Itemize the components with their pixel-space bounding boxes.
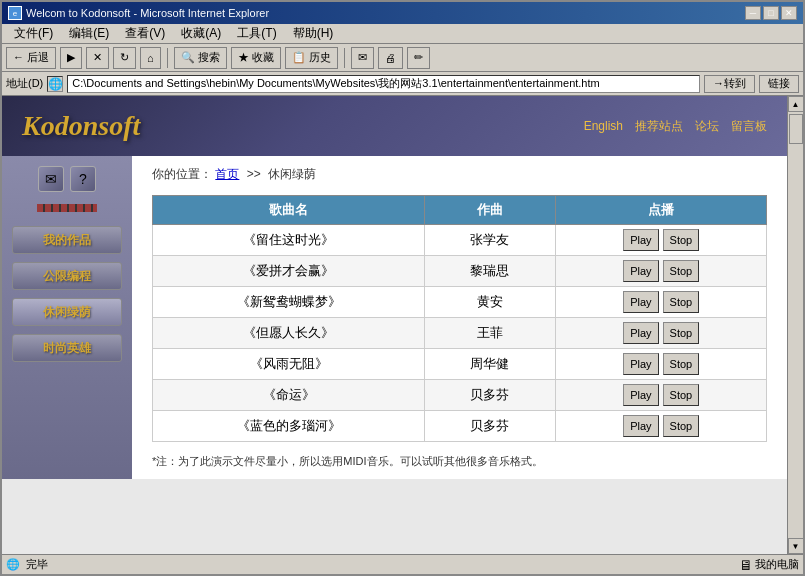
- breadcrumb-separator: >>: [247, 167, 261, 181]
- page-area: Kodonsoft English 推荐站点 论坛 留言板 ✉: [2, 96, 803, 554]
- window-controls: ─ □ ✕: [745, 6, 797, 20]
- menu-help[interactable]: 帮助(H): [287, 25, 340, 42]
- refresh-button[interactable]: ↻: [113, 47, 136, 69]
- menu-edit[interactable]: 编辑(E): [63, 25, 115, 42]
- song-title: 《新鸳鸯蝴蝶梦》: [153, 287, 425, 318]
- stop-button-5[interactable]: Stop: [663, 384, 699, 406]
- links-button[interactable]: 链接: [759, 75, 799, 93]
- email-icon-button[interactable]: ✉: [38, 166, 64, 192]
- song-composer: 贝多芬: [425, 411, 556, 442]
- address-input[interactable]: [67, 75, 700, 93]
- computer-label: 我的电脑: [755, 557, 799, 572]
- play-button-1[interactable]: Play: [623, 260, 659, 282]
- table-header-play: 点播: [555, 196, 766, 225]
- go-button[interactable]: →转到: [704, 75, 755, 93]
- scroll-track[interactable]: [788, 112, 804, 538]
- song-composer: 王菲: [425, 318, 556, 349]
- email-icon: ✉: [45, 171, 57, 187]
- song-composer: 黄安: [425, 287, 556, 318]
- maximize-button[interactable]: □: [763, 6, 779, 20]
- nav-forum[interactable]: 论坛: [695, 118, 719, 135]
- menu-tools[interactable]: 工具(T): [231, 25, 282, 42]
- status-text: 完毕: [26, 557, 48, 572]
- menu-favorites[interactable]: 收藏(A): [175, 25, 227, 42]
- address-bar: 地址(D) 🌐 →转到 链接: [2, 72, 803, 96]
- play-button-4[interactable]: Play: [623, 353, 659, 375]
- sidebar-item-fashion[interactable]: 时尚英雄: [12, 334, 122, 362]
- play-button-0[interactable]: Play: [623, 229, 659, 251]
- help-icon: ?: [79, 171, 87, 187]
- toolbar: ← 后退 ▶ ✕ ↻ ⌂ 🔍 搜索 ★ 收藏 📋 历史 ✉ 🖨 ✏: [2, 44, 803, 72]
- stop-button-2[interactable]: Stop: [663, 291, 699, 313]
- sidebar-item-programming[interactable]: 公限编程: [12, 262, 122, 290]
- song-title: 《命运》: [153, 380, 425, 411]
- toolbar-separator-1: [167, 48, 168, 68]
- song-composer: 黎瑞思: [425, 256, 556, 287]
- play-controls: PlayStop: [555, 256, 766, 287]
- favorites-button[interactable]: ★ 收藏: [231, 47, 281, 69]
- mail-button[interactable]: ✉: [351, 47, 374, 69]
- music-table: 歌曲名 作曲 点播 《留住这时光》张学友PlayStop《爱拼才会赢》黎瑞思Pl…: [152, 195, 767, 442]
- nav-recommended[interactable]: 推荐站点: [635, 118, 683, 135]
- breadcrumb-prefix: 你的位置：: [152, 167, 212, 181]
- table-row: 《但愿人长久》王菲PlayStop: [153, 318, 767, 349]
- table-row: 《命运》贝多芬PlayStop: [153, 380, 767, 411]
- site-header: Kodonsoft English 推荐站点 论坛 留言板: [2, 96, 787, 156]
- edit-button[interactable]: ✏: [407, 47, 430, 69]
- computer-icon: 🖥: [739, 557, 753, 573]
- sidebar-item-works[interactable]: 我的作品: [12, 226, 122, 254]
- breadcrumb-home-link[interactable]: 首页: [215, 167, 239, 181]
- song-title: 《蓝色的多瑙河》: [153, 411, 425, 442]
- button-cell: PlayStop: [566, 384, 756, 406]
- stop-button-6[interactable]: Stop: [663, 415, 699, 437]
- status-zone-icon: 🌐: [6, 558, 20, 571]
- ie-icon: e: [8, 6, 22, 20]
- back-button[interactable]: ← 后退: [6, 47, 56, 69]
- nav-english[interactable]: English: [584, 119, 623, 133]
- stop-button-0[interactable]: Stop: [663, 229, 699, 251]
- print-button[interactable]: 🖨: [378, 47, 403, 69]
- play-controls: PlayStop: [555, 411, 766, 442]
- menu-view[interactable]: 查看(V): [119, 25, 171, 42]
- home-button[interactable]: ⌂: [140, 47, 161, 69]
- stop-button-3[interactable]: Stop: [663, 322, 699, 344]
- history-button[interactable]: 📋 历史: [285, 47, 338, 69]
- music-note: *注：为了此演示文件尽量小，所以选用MIDI音乐。可以试听其他很多音乐格式。: [152, 454, 767, 469]
- menu-file[interactable]: 文件(F): [8, 25, 59, 42]
- address-zone-icon: 🌐: [47, 76, 63, 92]
- stop-button-4[interactable]: Stop: [663, 353, 699, 375]
- status-left: 🌐 完毕: [6, 557, 48, 572]
- song-title: 《留住这时光》: [153, 225, 425, 256]
- site-main: 你的位置： 首页 >> 休闲绿荫 歌曲名 作曲 点播: [132, 156, 787, 479]
- table-row: 《爱拼才会赢》黎瑞思PlayStop: [153, 256, 767, 287]
- play-button-2[interactable]: Play: [623, 291, 659, 313]
- play-controls: PlayStop: [555, 380, 766, 411]
- table-row: 《风雨无阻》周华健PlayStop: [153, 349, 767, 380]
- stop-button[interactable]: ✕: [86, 47, 109, 69]
- play-controls: PlayStop: [555, 225, 766, 256]
- table-row: 《留住这时光》张学友PlayStop: [153, 225, 767, 256]
- forward-button[interactable]: ▶: [60, 47, 82, 69]
- scroll-down-button[interactable]: ▼: [788, 538, 804, 554]
- button-cell: PlayStop: [566, 353, 756, 375]
- minimize-button[interactable]: ─: [745, 6, 761, 20]
- menu-bar: 文件(F) 编辑(E) 查看(V) 收藏(A) 工具(T) 帮助(H): [2, 24, 803, 44]
- scroll-up-button[interactable]: ▲: [788, 96, 804, 112]
- address-label: 地址(D): [6, 76, 43, 91]
- song-composer: 张学友: [425, 225, 556, 256]
- nav-guestbook[interactable]: 留言板: [731, 118, 767, 135]
- song-composer: 周华健: [425, 349, 556, 380]
- help-icon-button[interactable]: ?: [70, 166, 96, 192]
- toolbar-separator-2: [344, 48, 345, 68]
- song-composer: 贝多芬: [425, 380, 556, 411]
- table-header-title: 歌曲名: [153, 196, 425, 225]
- site-logo: Kodonsoft: [22, 110, 140, 142]
- play-button-6[interactable]: Play: [623, 415, 659, 437]
- search-button[interactable]: 🔍 搜索: [174, 47, 227, 69]
- play-button-5[interactable]: Play: [623, 384, 659, 406]
- play-button-3[interactable]: Play: [623, 322, 659, 344]
- stop-button-1[interactable]: Stop: [663, 260, 699, 282]
- close-button[interactable]: ✕: [781, 6, 797, 20]
- sidebar-item-leisure[interactable]: 休闲绿荫: [12, 298, 122, 326]
- scroll-thumb[interactable]: [789, 114, 803, 144]
